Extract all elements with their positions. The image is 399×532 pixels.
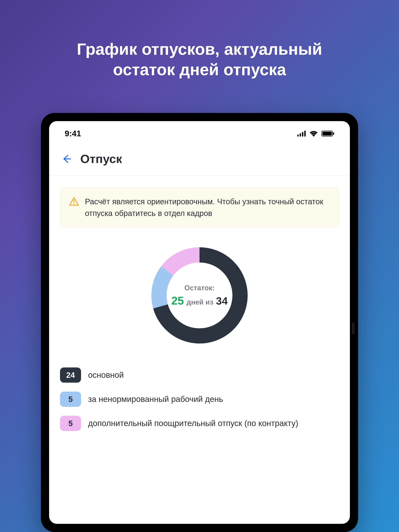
legend-label: за ненормированный рабочий день — [88, 394, 223, 405]
donut-chart: Остаток: 25 дней из 34 — [60, 245, 339, 346]
svg-rect-1 — [300, 133, 301, 137]
svg-rect-0 — [297, 134, 299, 137]
legend-item: 5 за ненормированный рабочий день — [60, 392, 339, 407]
notice-text: Расчёт является ориентировочным. Чтобы у… — [85, 196, 330, 219]
legend-badge: 24 — [60, 367, 81, 383]
donut-label: Остаток: — [185, 284, 215, 292]
back-button[interactable] — [61, 153, 72, 165]
donut-values: 25 дней из 34 — [171, 294, 228, 307]
legend-label: дополнительный поощрительный отпуск (по … — [88, 418, 298, 429]
app-header: Отпуск — [49, 144, 350, 176]
notice-card: Расчёт является ориентировочным. Чтобы у… — [60, 188, 339, 227]
status-time: 9:41 — [65, 129, 81, 138]
page-title: Отпуск — [80, 152, 122, 166]
legend-item: 24 основной — [60, 367, 339, 383]
battery-icon — [322, 131, 334, 137]
svg-rect-3 — [304, 131, 306, 137]
svg-rect-5 — [322, 132, 332, 136]
wifi-icon — [309, 130, 318, 137]
remaining-days: 25 — [171, 294, 184, 307]
legend-badge: 5 — [60, 392, 81, 407]
donut-center: Остаток: 25 дней из 34 — [149, 245, 250, 346]
tablet-frame: 9:41 Отпуск — [41, 113, 358, 532]
legend-label: основной — [88, 370, 124, 380]
promo-line-1: График отпусков, актуальный — [0, 39, 399, 59]
legend-item: 5 дополнительный поощрительный отпуск (п… — [60, 416, 339, 431]
legend-badge: 5 — [60, 416, 81, 431]
promo-title: График отпусков, актуальный остаток дней… — [0, 0, 399, 80]
status-indicators — [297, 130, 334, 137]
content-area: Расчёт является ориентировочным. Чтобы у… — [49, 176, 350, 443]
app-screen: 9:41 Отпуск — [49, 121, 350, 524]
arrow-left-icon — [61, 153, 72, 164]
donut-middle-text: дней из — [187, 298, 213, 306]
svg-point-8 — [73, 203, 74, 204]
promo-line-2: остаток дней отпуска — [0, 59, 399, 80]
total-days: 34 — [216, 295, 228, 307]
cellular-signal-icon — [297, 131, 306, 137]
status-bar: 9:41 — [49, 121, 350, 144]
warning-icon — [69, 196, 79, 207]
svg-rect-2 — [302, 132, 303, 137]
legend: 24 основной 5 за ненормированный рабочий… — [60, 367, 339, 431]
svg-rect-6 — [333, 133, 334, 135]
tablet-camera — [352, 323, 354, 334]
